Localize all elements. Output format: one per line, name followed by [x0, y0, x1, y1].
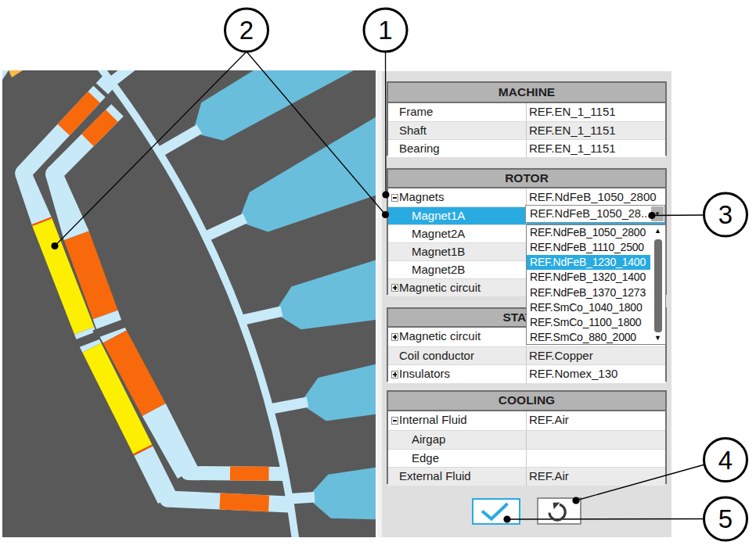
svg-text:3: 3: [718, 200, 733, 229]
svg-text:4: 4: [718, 446, 733, 475]
svg-text:2: 2: [239, 16, 254, 45]
svg-text:1: 1: [378, 16, 392, 45]
svg-text:5: 5: [718, 504, 733, 533]
